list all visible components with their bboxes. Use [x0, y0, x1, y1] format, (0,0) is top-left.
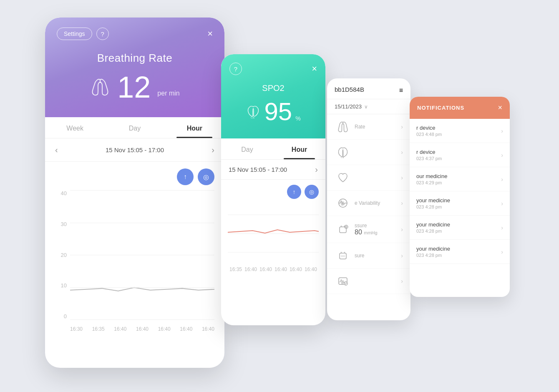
ecg-list-icon — [337, 275, 349, 287]
date-chevron-icon[interactable]: ∨ — [364, 104, 368, 110]
notif-row-5[interactable]: your medicine 023 4:28 pm › — [410, 240, 510, 264]
notif-title-3: your medicine — [416, 197, 501, 204]
metric-list: Rate › O₂ › › — [327, 114, 410, 294]
ecg-metric-icon — [335, 275, 351, 287]
bp-item-value: 80 mmHg — [355, 229, 398, 236]
notif-row-3[interactable]: your medicine 023 4:28 pm › — [410, 191, 510, 216]
card2-topbar: ? × — [229, 63, 317, 75]
y-label-30: 30 — [55, 221, 67, 227]
notif-row-0[interactable]: r device 023 4:48 pm › — [410, 119, 510, 143]
device-id: bb1D584B — [335, 86, 364, 93]
bp-label-wrap: ssure 80 mmHg — [351, 223, 401, 236]
card2-title: SPO2 — [229, 83, 317, 93]
metric-row-hrv[interactable]: e Variability › — [327, 191, 410, 216]
notif-title-4: your medicine — [416, 221, 501, 228]
card2-help-button[interactable]: ? — [229, 63, 242, 75]
spo2-list-icon: O₂ — [337, 146, 349, 158]
bp-item-label: ssure — [355, 223, 398, 229]
hrv-chevron-icon: › — [401, 200, 403, 206]
card2-next-arrow[interactable]: › — [315, 165, 318, 174]
metric-row-heart[interactable]: › — [327, 165, 410, 191]
notif-row-2[interactable]: our medicine 023 4:29 pm › — [410, 167, 510, 191]
hrv-item-label: e Variability — [355, 200, 398, 206]
notif-content-3: your medicine 023 4:28 pm — [416, 197, 501, 209]
bp2-metric-icon — [335, 250, 351, 261]
bp2-label-wrap: sure — [351, 253, 401, 259]
breathing-label-wrap: Rate — [351, 124, 401, 130]
card2-x-2: 16:40 — [259, 266, 272, 272]
notif-content-5: your medicine 023 4:28 pm — [416, 246, 501, 258]
card2-x-4: 16:40 — [290, 266, 302, 272]
pin-button[interactable]: ◎ — [198, 168, 214, 185]
help-button[interactable]: ? — [96, 28, 109, 40]
next-arrow-button[interactable]: › — [212, 145, 214, 155]
notif-arrow-4: › — [501, 224, 503, 231]
chart-inner — [70, 190, 214, 319]
card1-topbar: Settings ? × — [57, 28, 213, 40]
metric-row-spo2[interactable]: O₂ › — [327, 140, 410, 165]
spo2-metric-icon: O₂ — [335, 146, 351, 158]
metric-row-ecg[interactable]: › — [327, 269, 410, 294]
notif-row-1[interactable]: r device 023 4:37 pm › — [410, 143, 510, 167]
notif-content-1: r device 023 4:37 pm — [416, 149, 501, 161]
card3-header: bb1D584B ≡ — [327, 78, 410, 99]
card1-metric: 12 per min — [57, 72, 213, 102]
notifications-card: NOTIFICATIONS × r device 023 4:48 pm › r… — [410, 97, 510, 297]
card2-chart-area: ↑ ◎ 16:35 16:40 16:40 16:40 16:40 16:40 — [221, 180, 325, 271]
y-label-10: 10 — [55, 282, 67, 289]
metric-row-breathing[interactable]: Rate › — [327, 114, 410, 140]
x-label-4: 16:40 — [158, 326, 171, 332]
tab-week[interactable]: Week — [45, 117, 105, 138]
notif-row-4[interactable]: your medicine 023 4:28 pm › — [410, 216, 510, 240]
card3-date-row: 15/11/2023 ∨ — [327, 99, 410, 114]
breathing-chevron-icon: › — [401, 123, 403, 130]
grid-line-40 — [70, 190, 214, 191]
spo2-card: ? × SPO2 O₂ 95 % Day Hour 15 Nov 15:05 -… — [221, 54, 325, 325]
card2-pin-button[interactable]: ◎ — [305, 185, 319, 199]
bp2-item-label: sure — [355, 253, 398, 259]
grid-line-0 — [70, 319, 214, 320]
notifications-close-button[interactable]: × — [498, 103, 502, 112]
tab-hour[interactable]: Hour — [165, 117, 224, 138]
breathing-metric-icon — [335, 121, 351, 133]
metric-row-bp[interactable]: ssure 80 mmHg › — [327, 216, 410, 243]
x-axis: 16:30 16:35 16:40 16:40 16:40 16:40 16:4… — [70, 326, 214, 332]
health-metrics-card: bb1D584B ≡ 15/11/2023 ∨ Rate › — [327, 78, 410, 320]
notif-time-0: 023 4:48 pm — [416, 132, 501, 137]
card2-tab-hour[interactable]: Hour — [273, 138, 325, 159]
nav-date: 15 Nov 15:05 - 17:00 — [106, 146, 164, 153]
notif-title-1: r device — [416, 149, 501, 155]
bp-chevron-icon: › — [401, 226, 403, 233]
notif-time-5: 023 4:28 pm — [416, 253, 501, 258]
date-label: 15/11/2023 — [335, 103, 362, 110]
hrv-metric-icon — [335, 197, 351, 209]
card2-close-button[interactable]: × — [312, 63, 317, 74]
card4-header: NOTIFICATIONS × — [410, 97, 510, 119]
hamburger-icon[interactable]: ≡ — [399, 87, 403, 94]
x-label-3: 16:40 — [136, 326, 149, 332]
share-button[interactable]: ↑ — [177, 168, 194, 185]
card2-tab-day[interactable]: Day — [221, 138, 273, 159]
settings-button[interactable]: Settings — [57, 28, 92, 40]
prev-arrow-button[interactable]: ‹ — [55, 145, 58, 155]
spo2-unit: % — [295, 115, 300, 122]
card2-nav: 15 Nov 15:05 - 17:00 › — [221, 160, 325, 180]
bp2-list-icon — [337, 250, 349, 261]
card2-x-1: 16:40 — [244, 266, 257, 272]
grid-line-30 — [70, 223, 214, 223]
breathing-rate-card: Settings ? × Breathing Rate 12 per min W… — [45, 18, 224, 368]
grid-line-10 — [70, 287, 214, 288]
tab-day[interactable]: Day — [105, 117, 164, 138]
spo2-value: 95 — [264, 97, 292, 126]
card2-nav-date: 15 Nov 15:05 - 17:00 — [229, 166, 287, 173]
notif-arrow-0: › — [501, 128, 503, 134]
y-label-20: 20 — [55, 252, 67, 258]
card2-header: ? × SPO2 O₂ 95 % — [221, 54, 325, 138]
lungs-icon — [90, 78, 111, 96]
chart-actions: ↑ ◎ — [55, 168, 214, 185]
card2-share-button[interactable]: ↑ — [287, 185, 301, 199]
metric-row-bp2[interactable]: sure › — [327, 243, 410, 269]
close-button[interactable]: × — [207, 28, 213, 39]
chart-container: 40 30 20 10 0 16:30 16:35 16:40 16 — [55, 190, 214, 332]
spo2-chart-svg — [228, 202, 319, 265]
